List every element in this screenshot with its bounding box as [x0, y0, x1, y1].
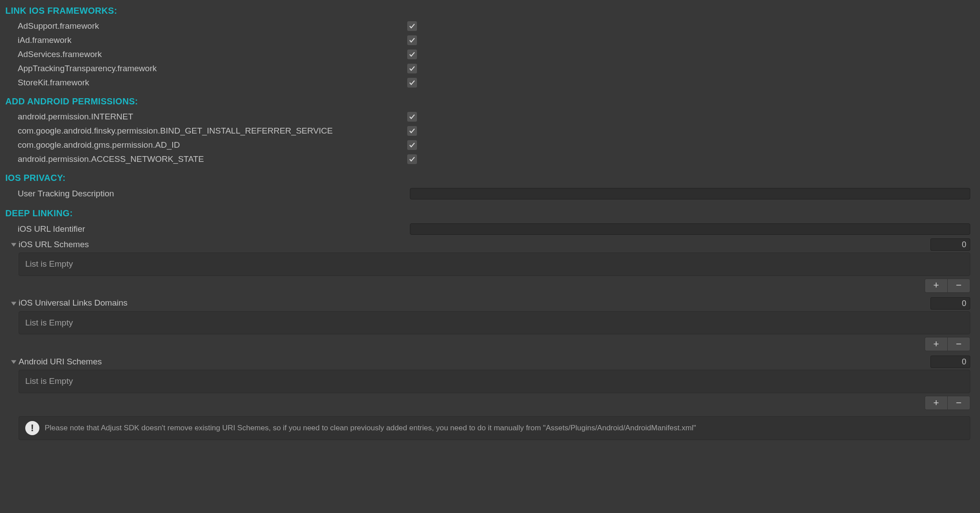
permission-row: android.permission.ACCESS_NETWORK_STATE [5, 152, 975, 166]
svg-marker-1 [11, 302, 16, 305]
foldout-toggle[interactable] [10, 358, 18, 366]
ios-url-schemes-footer: + − [19, 279, 970, 293]
section-header-android-permissions: ADD ANDROID PERMISSIONS: [5, 95, 975, 107]
foldout-toggle[interactable] [10, 299, 18, 307]
user-tracking-row: User Tracking Description [5, 186, 975, 202]
android-uri-schemes-list: List is Empty [19, 370, 970, 393]
check-icon [409, 127, 416, 134]
add-button[interactable]: + [925, 337, 947, 351]
info-icon: ! [25, 421, 39, 435]
ios-universal-links-footer: + − [19, 337, 970, 351]
permission-label: android.permission.INTERNET [18, 111, 407, 123]
check-icon [409, 113, 416, 120]
ios-url-identifier-input[interactable] [410, 223, 970, 235]
android-uri-schemes-label: Android URI Schemes [19, 356, 930, 368]
list-empty-text: List is Empty [25, 318, 73, 327]
permission-row: com.google.android.gms.permission.AD_ID [5, 138, 975, 152]
permission-checkbox-install-referrer[interactable] [407, 126, 417, 136]
remove-button[interactable]: − [947, 396, 970, 410]
ios-universal-links-list: List is Empty [19, 311, 970, 335]
permission-checkbox-internet[interactable] [407, 112, 417, 122]
framework-label: AdServices.framework [18, 49, 407, 61]
ios-url-schemes-fold: iOS URL Schemes 0 [5, 237, 975, 253]
ios-universal-links-label: iOS Universal Links Domains [19, 297, 930, 309]
android-uri-schemes-footer: + − [19, 396, 970, 410]
remove-button[interactable]: − [947, 279, 970, 293]
svg-marker-0 [11, 243, 16, 247]
triangle-down-icon [11, 242, 16, 247]
check-icon [409, 79, 416, 86]
section-header-deep-linking: DEEP LINKING: [5, 207, 975, 219]
user-tracking-description-input[interactable] [410, 188, 970, 199]
permission-checkbox-network-state[interactable] [407, 154, 417, 164]
foldout-toggle[interactable] [10, 241, 18, 249]
check-icon [409, 51, 416, 58]
remove-button[interactable]: − [947, 337, 970, 351]
android-uri-schemes-fold: Android URI Schemes 0 [5, 354, 975, 370]
framework-checkbox-iad[interactable] [407, 35, 417, 45]
ios-url-identifier-row: iOS URL Identifier [5, 222, 975, 237]
triangle-down-icon [11, 301, 16, 306]
check-icon [409, 37, 416, 44]
framework-checkbox-adsupport[interactable] [407, 21, 417, 31]
add-button[interactable]: + [925, 396, 947, 410]
list-empty-text: List is Empty [25, 259, 73, 268]
section-header-ios-frameworks: LINK IOS FRAMEWORKS: [5, 4, 975, 17]
ios-url-identifier-label: iOS URL Identifier [18, 223, 407, 235]
framework-label: AdSupport.framework [18, 20, 407, 32]
framework-row: AdServices.framework [5, 47, 975, 61]
framework-row: AppTrackingTransparency.framework [5, 61, 975, 76]
check-icon [409, 65, 416, 72]
check-icon [409, 156, 416, 163]
framework-label: AppTrackingTransparency.framework [18, 63, 407, 75]
permission-row: com.google.android.finsky.permission.BIN… [5, 124, 975, 138]
permission-checkbox-ad-id[interactable] [407, 140, 417, 150]
ios-url-schemes-count[interactable]: 0 [930, 238, 970, 251]
permission-label: android.permission.ACCESS_NETWORK_STATE [18, 153, 407, 165]
framework-row: AdSupport.framework [5, 19, 975, 33]
note-text: Please note that Adjust SDK doesn't remo… [45, 423, 696, 433]
add-button[interactable]: + [925, 279, 947, 293]
framework-label: iAd.framework [18, 34, 407, 46]
section-header-ios-privacy: IOS PRIVACY: [5, 172, 975, 184]
list-empty-text: List is Empty [25, 376, 73, 386]
framework-label: StoreKit.framework [18, 77, 407, 89]
permission-label: com.google.android.gms.permission.AD_ID [18, 139, 407, 151]
framework-checkbox-att[interactable] [407, 64, 417, 73]
ios-url-schemes-label: iOS URL Schemes [19, 239, 930, 251]
ios-universal-links-count[interactable]: 0 [930, 297, 970, 310]
user-tracking-label: User Tracking Description [18, 188, 407, 200]
svg-marker-2 [11, 360, 16, 364]
permission-label: com.google.android.finsky.permission.BIN… [18, 125, 407, 137]
android-uri-schemes-count[interactable]: 0 [930, 356, 970, 368]
permission-row: android.permission.INTERNET [5, 110, 975, 124]
check-icon [409, 142, 416, 149]
framework-checkbox-storekit[interactable] [407, 78, 417, 88]
settings-panel: LINK IOS FRAMEWORKS: AdSupport.framework… [0, 0, 980, 445]
triangle-down-icon [11, 359, 16, 364]
ios-url-schemes-list: List is Empty [19, 253, 970, 276]
uri-schemes-note: ! Please note that Adjust SDK doesn't re… [19, 416, 970, 440]
framework-row: StoreKit.framework [5, 76, 975, 90]
framework-checkbox-adservices[interactable] [407, 50, 417, 59]
check-icon [409, 23, 416, 30]
ios-universal-links-fold: iOS Universal Links Domains 0 [5, 295, 975, 311]
framework-row: iAd.framework [5, 33, 975, 47]
